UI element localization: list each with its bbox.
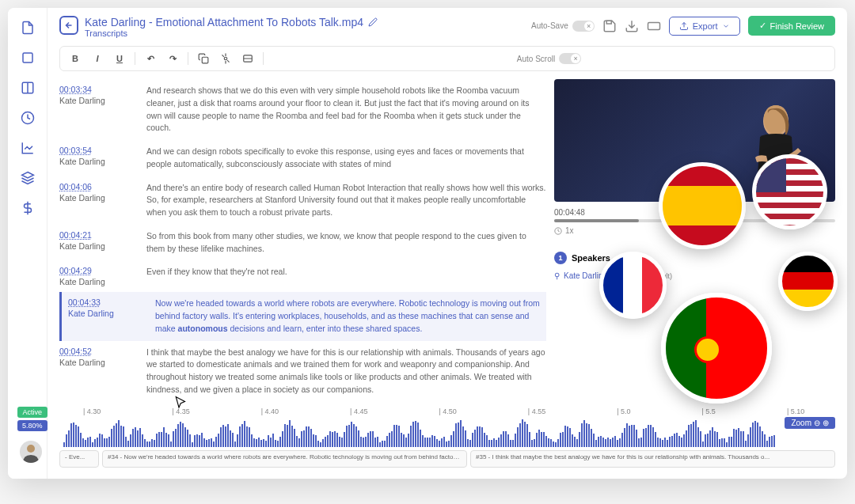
transcript-row[interactable]: 00:04:33Kate DarlingNow we're headed tow… (59, 292, 546, 340)
status-percent-badge: 5.80% (17, 420, 48, 431)
chevron-down-icon (722, 22, 730, 30)
edit-title-icon[interactable] (368, 17, 378, 27)
row-timestamp[interactable]: 00:04:06 (59, 182, 123, 191)
waveform[interactable] (59, 419, 835, 447)
row-speaker: Kate Darling (68, 309, 131, 318)
timeline-tick: | 4.45 (350, 407, 367, 415)
highlight-button[interactable] (218, 51, 233, 66)
breadcrumb[interactable]: Transcripts (85, 28, 378, 38)
row-text[interactable]: So from this book from many other studie… (146, 230, 546, 256)
sidebar-book-icon[interactable] (20, 50, 36, 66)
italic-button[interactable]: I (90, 51, 104, 66)
timeline-tick: | 4.35 (172, 407, 189, 415)
row-timestamp[interactable]: 00:03:34 (59, 85, 123, 94)
timeline-tick: | 4.30 (83, 407, 101, 415)
status-badges: Active 5.80% (17, 407, 48, 431)
underline-button[interactable]: U (112, 51, 127, 66)
autoscroll-toggle[interactable]: Auto Scroll (517, 53, 581, 64)
timeline-tick: | 4.40 (261, 407, 279, 415)
transcript-row[interactable]: 00:03:54Kate DarlingAnd we can design ro… (59, 140, 546, 176)
row-speaker: Kate Darling (59, 358, 123, 367)
minus-icon[interactable]: ⊖ (814, 419, 820, 427)
timeline-tick: | 5.10 (787, 407, 804, 415)
timeline-clip[interactable]: - Eve... (59, 450, 99, 468)
main-content: Kate Darling - Emotional Attachment To R… (48, 8, 847, 479)
row-timestamp[interactable]: 00:03:54 (59, 146, 123, 155)
flag-usa (752, 154, 827, 229)
transcript-row[interactable]: 00:03:34Kate DarlingAnd research shows t… (59, 79, 546, 140)
row-timestamp[interactable]: 00:04:52 (59, 347, 123, 356)
row-speaker: Kate Darling (59, 157, 123, 166)
row-speaker: Kate Darling (59, 193, 123, 203)
sidebar-layers-icon[interactable] (20, 170, 36, 186)
row-timestamp[interactable]: 00:04:33 (68, 297, 131, 307)
flag-france (599, 252, 667, 319)
copy-button[interactable] (196, 51, 211, 66)
user-avatar[interactable] (20, 441, 42, 463)
timeline-tick: | 4.50 (439, 407, 456, 415)
row-timestamp[interactable]: 00:04:29 (59, 266, 123, 275)
transcript-row[interactable]: 00:04:21Kate DarlingSo from this book fr… (59, 225, 546, 261)
download-icon[interactable] (625, 19, 639, 33)
row-speaker: Kate Darling (59, 241, 123, 251)
transcript-list[interactable]: 00:03:34Kate DarlingAnd research shows t… (59, 79, 546, 404)
file-title: Kate Darling - Emotional Attachment To R… (85, 16, 378, 28)
row-speaker: Kate Darling (59, 277, 123, 286)
status-active-badge: Active (17, 407, 48, 418)
row-text[interactable]: Even if they know that they're not real. (146, 266, 546, 286)
sidebar-dollar-icon[interactable] (20, 200, 36, 216)
check-icon: ✓ (759, 21, 766, 31)
row-text[interactable]: And we can design robots specifically to… (146, 146, 546, 171)
timeline-clip[interactable]: #34 - Now we're headed towards a world w… (102, 450, 467, 468)
person-icon: ⚲ (554, 271, 560, 280)
strike-button[interactable] (241, 51, 255, 66)
timeline-clips: - Eve...#34 - Now we're headed towards a… (59, 450, 835, 468)
autosave-toggle[interactable]: Auto-Save (531, 21, 595, 32)
timeline-tick: | 5.0 (617, 407, 630, 415)
sidebar-clock-icon[interactable] (20, 110, 36, 126)
row-text[interactable]: And there's an entire body of research c… (146, 182, 546, 219)
svg-rect-0 (23, 53, 32, 63)
timeline-clip[interactable]: #35 - I think that maybe the best analog… (470, 450, 835, 468)
redo-button[interactable]: ↷ (165, 51, 180, 66)
gauge-icon (554, 227, 562, 235)
plus-icon[interactable]: ⊕ (823, 419, 829, 427)
finish-review-button[interactable]: ✓ Finish Review (748, 16, 835, 36)
sidebar-columns-icon[interactable] (20, 80, 36, 96)
svg-point-10 (224, 57, 227, 60)
flag-germany (778, 252, 838, 311)
svg-rect-9 (202, 57, 208, 63)
header: Kate Darling - Emotional Attachment To R… (48, 8, 847, 46)
editor-toolbar: B I U ↶ ↷ Auto Scroll (59, 46, 835, 71)
export-button[interactable]: Export (669, 17, 740, 36)
sidebar-file-icon[interactable] (20, 20, 36, 36)
row-text[interactable]: And research shows that we do this even … (146, 85, 546, 135)
timeline-tick: | 4.55 (528, 407, 545, 415)
row-text[interactable]: Now we're headed towards a world where r… (155, 297, 546, 335)
svg-rect-5 (606, 21, 611, 24)
transcript-row[interactable]: 00:04:29Kate DarlingEven if they know th… (59, 260, 546, 292)
transcript-row[interactable]: 00:04:06Kate DarlingAnd there's an entir… (59, 176, 546, 225)
timeline[interactable]: | 4.30| 4.35| 4.40| 4.45| 4.50| 4.55| 5.… (59, 407, 835, 471)
svg-point-15 (27, 445, 35, 453)
sidebar-chart-icon[interactable] (20, 140, 36, 156)
transcript-row[interactable]: 00:05:15Kate DarlingI think it's plausib… (59, 402, 546, 404)
save-icon[interactable] (602, 19, 617, 33)
flag-spain (659, 162, 746, 249)
svg-rect-6 (648, 22, 659, 29)
timeline-tick: | 5.5 (702, 407, 716, 415)
row-speaker: Kate Darling (59, 96, 123, 105)
undo-button[interactable]: ↶ (143, 51, 158, 66)
timeline-ruler: | 4.30| 4.35| 4.40| 4.45| 4.50| 4.55| 5.… (59, 407, 835, 415)
back-button[interactable] (59, 16, 78, 35)
keyboard-icon[interactable] (647, 19, 661, 33)
row-text[interactable]: I think that maybe the best analogy we h… (146, 347, 546, 396)
bold-button[interactable]: B (68, 51, 82, 66)
zoom-control[interactable]: Zoom ⊖ ⊕ (785, 417, 835, 429)
flag-portugal (661, 293, 772, 404)
row-timestamp[interactable]: 00:04:21 (59, 230, 123, 240)
transcript-row[interactable]: 00:04:52Kate DarlingI think that maybe t… (59, 341, 546, 402)
